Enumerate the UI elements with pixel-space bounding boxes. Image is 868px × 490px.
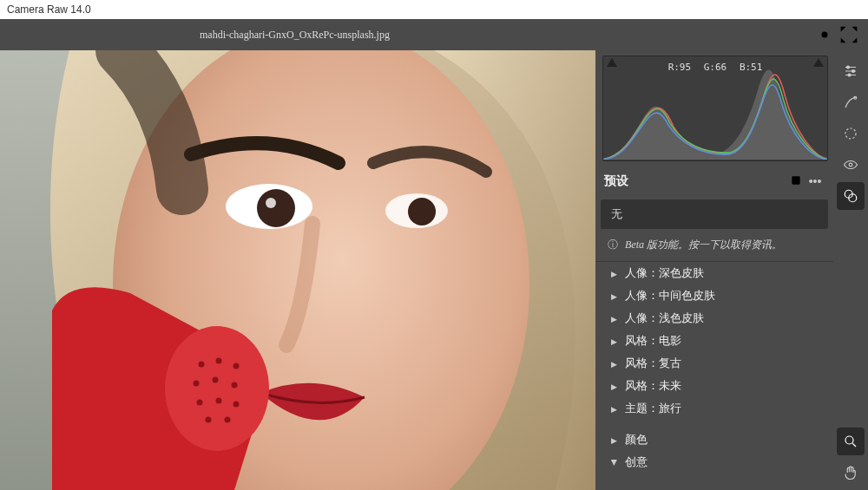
image-canvas[interactable] [0, 50, 595, 490]
preset-group[interactable]: ▶主题：旅行 [595, 397, 833, 420]
preset-group[interactable]: ▶风格：电影 [595, 330, 833, 352]
preset-group-label: 风格：复古 [625, 356, 681, 371]
photo-content [0, 50, 595, 490]
disclosure-triangle-icon: ▶ [610, 459, 619, 465]
presets-icon [843, 188, 858, 204]
svg-point-5 [266, 198, 276, 208]
preset-group[interactable]: ▶颜色 [595, 428, 833, 451]
svg-point-12 [194, 381, 200, 387]
histogram-section: R:95 G:66 B:51 [595, 50, 833, 163]
top-bar-actions [812, 23, 868, 47]
preset-group-label: 风格：未来 [625, 378, 681, 394]
preset-group[interactable]: ▶创意 [595, 451, 833, 474]
svg-point-17 [233, 402, 240, 408]
svg-point-11 [233, 363, 240, 369]
presets-header: 预设 ••• [595, 163, 833, 199]
preset-group-label: 颜色 [625, 432, 648, 448]
disclosure-triangle-icon: ▶ [611, 382, 617, 390]
svg-rect-20 [792, 176, 799, 184]
beta-tip-text: Beta 版功能。按一下以取得资讯。 [625, 238, 782, 252]
presets-title: 预设 [604, 173, 786, 189]
svg-point-29 [845, 436, 853, 444]
right-panel: R:95 G:66 B:51 预设 ••• [595, 50, 833, 490]
svg-point-13 [213, 377, 219, 383]
svg-point-9 [199, 362, 205, 368]
preset-group-label: 人像：浅色皮肤 [625, 310, 704, 326]
svg-point-0 [822, 32, 828, 38]
masking-tool[interactable] [837, 120, 865, 147]
svg-point-25 [845, 128, 856, 139]
disclosure-triangle-icon: ▶ [611, 314, 617, 323]
disclosure-triangle-icon: ▶ [611, 404, 617, 413]
disclosure-triangle-icon: ▶ [611, 291, 617, 300]
svg-point-19 [225, 417, 231, 423]
presets-tool[interactable] [837, 182, 865, 210]
svg-point-22 [852, 70, 855, 73]
svg-point-16 [216, 398, 222, 404]
svg-point-4 [257, 189, 295, 227]
svg-point-18 [206, 417, 212, 423]
disclosure-triangle-icon: ▶ [611, 269, 617, 278]
hand-tool[interactable] [837, 459, 865, 487]
preset-group-label: 风格：电影 [625, 333, 681, 349]
svg-point-26 [849, 163, 852, 167]
new-preset-icon [790, 174, 802, 186]
settings-button[interactable] [812, 23, 837, 47]
histogram[interactable]: R:95 G:66 B:51 [602, 56, 828, 161]
zoom-tool[interactable] [837, 428, 865, 455]
hand-icon [843, 465, 858, 480]
disclosure-triangle-icon: ▶ [611, 359, 617, 368]
tool-strip [833, 50, 868, 490]
edit-sliders-tool[interactable] [837, 57, 865, 85]
top-bar: mahdi-chaghari-GnxO_OxRePc-unsplash.jpg [0, 19, 868, 50]
filename-label: mahdi-chaghari-GnxO_OxRePc-unsplash.jpg [0, 29, 812, 42]
info-icon: ⓘ [608, 238, 618, 252]
preset-group[interactable]: ▶人像：中间色皮肤 [595, 284, 833, 307]
preset-group[interactable]: ▶人像：浅色皮肤 [595, 307, 833, 330]
disclosure-triangle-icon: ▶ [611, 336, 617, 345]
presets-more-button[interactable]: ••• [806, 174, 825, 188]
fullscreen-icon [837, 23, 861, 47]
window-title: Camera Raw 14.0 [7, 3, 91, 16]
app-frame: mahdi-chaghari-GnxO_OxRePc-unsplash.jpg [0, 19, 868, 490]
fullscreen-button[interactable] [837, 23, 861, 47]
svg-point-7 [408, 198, 436, 225]
svg-point-15 [197, 400, 203, 406]
masking-icon [843, 126, 858, 141]
histogram-plot [603, 56, 827, 160]
eye-icon [843, 157, 858, 173]
healing-tool[interactable] [837, 88, 865, 116]
svg-point-23 [848, 74, 851, 76]
preset-group[interactable]: ▶风格：未来 [595, 375, 833, 397]
beta-tip-row[interactable]: ⓘ Beta 版功能。按一下以取得资讯。 [595, 229, 833, 261]
preset-group-label: 人像：深色皮肤 [625, 265, 704, 281]
preset-none-label: 无 [611, 206, 622, 222]
create-preset-button[interactable] [786, 174, 806, 189]
svg-point-8 [165, 326, 269, 451]
preset-group-label: 人像：中间色皮肤 [625, 288, 715, 304]
preset-group-label: 创意 [625, 454, 648, 470]
preset-group[interactable]: ▶风格：复古 [595, 352, 833, 375]
preset-group-label: 主题：旅行 [625, 401, 681, 416]
disclosure-triangle-icon: ▶ [611, 435, 617, 444]
redeye-tool[interactable] [837, 151, 865, 179]
preset-list: ▶人像：深色皮肤▶人像：中间色皮肤▶人像：浅色皮肤▶风格：电影▶风格：复古▶风格… [595, 262, 833, 474]
svg-point-14 [232, 382, 238, 389]
svg-point-21 [847, 66, 850, 69]
main-area: R:95 G:66 B:51 预设 ••• [0, 50, 868, 490]
healing-brush-icon [843, 95, 858, 110]
sliders-icon [843, 63, 858, 79]
svg-point-10 [216, 358, 222, 364]
zoom-icon [843, 434, 858, 449]
preset-none-row[interactable]: 无 [601, 199, 828, 229]
preset-group[interactable]: ▶人像：深色皮肤 [595, 262, 833, 284]
window-title-bar: Camera Raw 14.0 [0, 0, 868, 19]
gear-icon [812, 23, 837, 47]
